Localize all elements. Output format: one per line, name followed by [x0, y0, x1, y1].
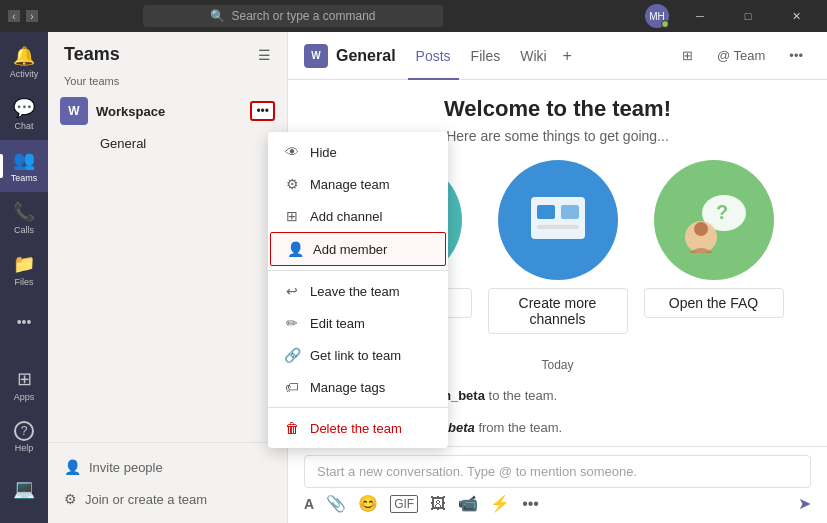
- teams-panel: Teams ☰ Your teams W Workspace ••• Gener…: [48, 32, 288, 523]
- team-avatar: W: [60, 97, 88, 125]
- delete-team-icon: 🗑: [284, 420, 300, 436]
- meet-button[interactable]: 📹: [458, 494, 478, 513]
- sidebar-label-teams: Teams: [11, 173, 38, 183]
- emoji-button[interactable]: 😊: [358, 494, 378, 513]
- sidebar-item-calls[interactable]: 📞 Calls: [0, 192, 48, 244]
- window-controls: ─ □ ✕: [677, 0, 819, 32]
- activity-icon: 🔔: [13, 45, 35, 67]
- sidebar-item-chat[interactable]: 💬 Chat: [0, 88, 48, 140]
- card-illustration-faq: ?: [669, 175, 759, 265]
- sidebar-item-help[interactable]: ? Help: [0, 411, 48, 463]
- menu-item-hide[interactable]: 👁 Hide: [268, 136, 448, 168]
- tab-files[interactable]: Files: [463, 32, 509, 80]
- titlebar: ‹ › 🔍 Search or type a command MH ─ □ ✕: [0, 0, 827, 32]
- tab-posts[interactable]: Posts: [408, 32, 459, 80]
- context-menu: 👁 Hide ⚙ Manage team ⊞ Add channel 👤 Add…: [268, 132, 448, 448]
- search-placeholder: Search or type a command: [231, 9, 375, 23]
- menu-label-edit-team: Edit team: [310, 316, 365, 331]
- menu-item-add-member[interactable]: 👤 Add member: [270, 232, 446, 266]
- message-input[interactable]: Start a new conversation. Type @ to ment…: [304, 455, 811, 488]
- active-indicator: [0, 154, 3, 178]
- add-member-icon: 👤: [287, 241, 303, 257]
- icon-sidebar: 🔔 Activity 💬 Chat 👥 Teams 📞 Calls 📁 File…: [0, 32, 48, 523]
- menu-divider: [268, 270, 448, 271]
- gif-button[interactable]: GIF: [390, 495, 418, 513]
- maximize-button[interactable]: □: [725, 0, 771, 32]
- invite-people-action[interactable]: 👤 Invite people: [48, 451, 287, 483]
- minimize-button[interactable]: ─: [677, 0, 723, 32]
- more-tools-button[interactable]: •••: [522, 495, 539, 513]
- message-toolbar: A 📎 😊 GIF 🖼 📹 ⚡ ••• ➤: [304, 492, 811, 515]
- join-label: Join or create a team: [85, 492, 207, 507]
- sidebar-label-calls: Calls: [14, 225, 34, 235]
- header-right: ⊞ @ Team •••: [674, 44, 811, 67]
- avatar: MH: [645, 4, 669, 28]
- back-button[interactable]: ‹: [8, 10, 20, 22]
- card-label-channels[interactable]: Create more channels: [488, 288, 628, 334]
- menu-label-add-member: Add member: [313, 242, 387, 257]
- search-icon: 🔍: [210, 9, 225, 23]
- format-text-button[interactable]: A: [304, 496, 314, 512]
- menu-label-hide: Hide: [310, 145, 337, 160]
- apps-icon: ⊞: [17, 368, 32, 390]
- menu-item-manage-tags[interactable]: 🏷 Manage tags: [268, 371, 448, 403]
- tab-wiki[interactable]: Wiki: [512, 32, 554, 80]
- join-icon: ⚙: [64, 491, 77, 507]
- welcome-card-faq: ? Open the FAQ: [644, 160, 784, 334]
- menu-item-manage-team[interactable]: ⚙ Manage team: [268, 168, 448, 200]
- welcome-title: Welcome to the team!: [312, 96, 803, 122]
- get-link-icon: 🔗: [284, 347, 300, 363]
- menu-label-manage-tags: Manage tags: [310, 380, 385, 395]
- sidebar-item-activity[interactable]: 🔔 Activity: [0, 36, 48, 88]
- menu-item-add-channel[interactable]: ⊞ Add channel: [268, 200, 448, 232]
- sidebar-item-apps[interactable]: ⊞ Apps: [0, 359, 48, 411]
- sidebar-item-more[interactable]: •••: [0, 296, 48, 348]
- menu-label-manage-team: Manage team: [310, 177, 390, 192]
- sticker-button[interactable]: 🖼: [430, 495, 446, 513]
- menu-item-edit-team[interactable]: ✏ Edit team: [268, 307, 448, 339]
- sidebar-label-activity: Activity: [10, 69, 39, 79]
- menu-item-leave-team[interactable]: ↩ Leave the team: [268, 275, 448, 307]
- svg-point-12: [694, 222, 708, 236]
- menu-item-get-link[interactable]: 🔗 Get link to team: [268, 339, 448, 371]
- your-teams-label: Your teams: [48, 71, 287, 91]
- welcome-card-channels: Create more channels: [488, 160, 628, 334]
- channel-more-button[interactable]: •••: [781, 44, 811, 67]
- svg-rect-8: [537, 225, 579, 229]
- send-button[interactable]: ➤: [798, 494, 811, 513]
- teams-icon: 👥: [13, 149, 35, 171]
- invite-label: Invite people: [89, 460, 163, 475]
- action-button[interactable]: ⚡: [490, 494, 510, 513]
- menu-label-add-channel: Add channel: [310, 209, 382, 224]
- hide-icon: 👁: [284, 144, 300, 160]
- search-bar[interactable]: 🔍 Search or type a command: [143, 5, 443, 27]
- team-tag-button[interactable]: @ Team: [709, 44, 773, 67]
- device-icon: 💻: [13, 478, 35, 500]
- more-icon: •••: [17, 314, 32, 330]
- sidebar-item-device[interactable]: 💻: [0, 463, 48, 515]
- chat-icon: 💬: [13, 97, 35, 119]
- menu-label-leave-team: Leave the team: [310, 284, 400, 299]
- filter-button[interactable]: ☰: [258, 47, 271, 63]
- forward-button[interactable]: ›: [26, 10, 38, 22]
- join-create-action[interactable]: ⚙ Join or create a team: [48, 483, 287, 515]
- members-button[interactable]: ⊞: [674, 44, 701, 67]
- card-label-faq[interactable]: Open the FAQ: [644, 288, 784, 318]
- presence-badge: [661, 20, 669, 28]
- teams-header: Teams ☰: [48, 32, 287, 71]
- add-tab-button[interactable]: +: [559, 47, 576, 65]
- close-button[interactable]: ✕: [773, 0, 819, 32]
- invite-icon: 👤: [64, 459, 81, 475]
- channel-item-general[interactable]: General: [48, 131, 287, 156]
- team-more-button[interactable]: •••: [250, 101, 275, 121]
- nav-controls: ‹ ›: [8, 10, 38, 22]
- channel-header: W General Posts Files Wiki + ⊞ @ Team ••…: [288, 32, 827, 80]
- menu-item-delete-team[interactable]: 🗑 Delete the team: [268, 412, 448, 444]
- sidebar-item-teams[interactable]: 👥 Teams: [0, 140, 48, 192]
- card-circle-faq: ?: [654, 160, 774, 280]
- attach-button[interactable]: 📎: [326, 494, 346, 513]
- sidebar-item-files[interactable]: 📁 Files: [0, 244, 48, 296]
- menu-divider-2: [268, 407, 448, 408]
- calls-icon: 📞: [13, 201, 35, 223]
- team-workspace-item[interactable]: W Workspace •••: [48, 91, 287, 131]
